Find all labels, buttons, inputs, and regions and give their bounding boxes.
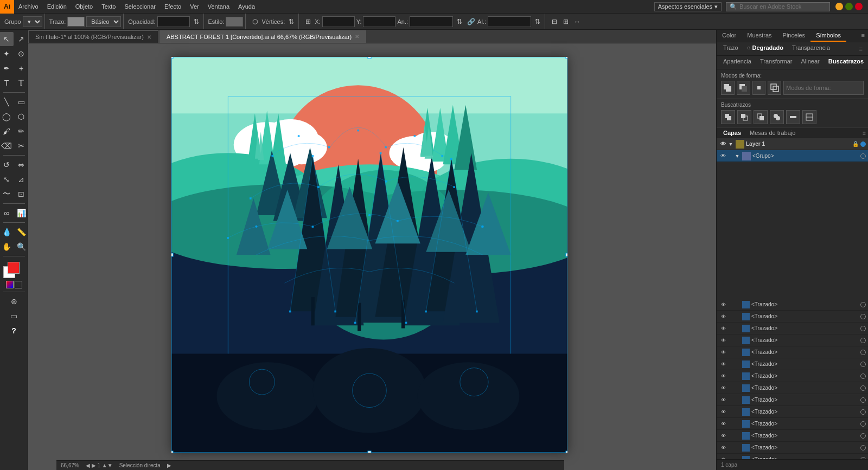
free-transform-tool[interactable]: ⊡	[14, 187, 28, 201]
hand-tool[interactable]: ✋	[0, 240, 14, 254]
scissors-tool[interactable]: ✂	[14, 139, 28, 153]
layer-eye-t1[interactable]: 👁	[719, 312, 727, 321]
layer-eye-t7[interactable]: 👁	[719, 384, 727, 392]
subtab-degradado[interactable]: ○ Degradado	[743, 43, 788, 54]
layer-item-trazado-3[interactable]: 👁 <Trazado>	[717, 334, 868, 346]
type-vertical-tool[interactable]: 𝕋	[14, 76, 28, 90]
layer-item-trazado-5[interactable]: 👁 <Trazado>	[717, 358, 868, 370]
subtab-transparencia[interactable]: Transparencia	[788, 43, 834, 54]
tab-forest[interactable]: ABSTRACT FOREST 1 [Convertido].ai al 66,…	[159, 30, 366, 43]
layer-item-trazado-10[interactable]: 👁 <Trazado>	[717, 418, 868, 430]
layer-eye-t11[interactable]: 👁	[719, 432, 727, 440]
an-input[interactable]: 1399,99 px	[410, 16, 453, 27]
layer-eye-t8[interactable]: 👁	[719, 396, 727, 404]
layer-eye-t9[interactable]: 👁	[719, 408, 727, 416]
symbol-sprayer-tool[interactable]: ⊛	[7, 294, 21, 308]
zoom-tool[interactable]: 🔍	[14, 240, 28, 254]
minus-front-btn[interactable]	[737, 81, 750, 95]
layer-item-trazado-11[interactable]: 👁 <Trazado>	[717, 430, 868, 442]
panel-tab-muestras[interactable]: Muestras	[742, 30, 777, 42]
line-tool[interactable]: ╲	[0, 95, 14, 109]
panel-collapse-icon[interactable]: ≡	[858, 30, 868, 42]
layer-eye-t3[interactable]: 👁	[719, 336, 727, 345]
bt-btn-5[interactable]	[786, 110, 800, 124]
bt-btn-4[interactable]	[770, 110, 784, 124]
panel-tab-simbolos[interactable]: Símbolos	[810, 30, 846, 42]
blend-tool[interactable]: ∞	[0, 206, 14, 220]
measure-tool[interactable]: 📏	[14, 225, 28, 239]
menu-objeto[interactable]: Objeto	[71, 0, 97, 14]
layer-item-layer1[interactable]: 👁 ▼ Layer 1 🔒	[717, 138, 868, 150]
panel-tab-pinceles[interactable]: Pinceles	[777, 30, 811, 42]
group-select[interactable]: ▾	[23, 16, 42, 27]
layer-eye-t13[interactable]: 👁	[719, 455, 727, 460]
reflect-tool[interactable]: ⇔	[14, 158, 28, 172]
estilo-color[interactable]	[226, 17, 243, 27]
row2-alinear[interactable]: Alinear	[796, 57, 824, 68]
eraser-tool[interactable]: ⌫	[0, 139, 14, 153]
layer-item-trazado-9[interactable]: 👁 <Trazado>	[717, 406, 868, 418]
trazo-color[interactable]	[67, 17, 85, 27]
menu-ventana[interactable]: Ventana	[203, 0, 234, 14]
intersect-btn[interactable]	[752, 81, 766, 95]
layer-eye-t10[interactable]: 👁	[719, 420, 727, 428]
tab-close-untitled[interactable]: ✕	[147, 34, 151, 40]
type-tool[interactable]: T	[0, 76, 14, 90]
tab-untitled[interactable]: Sin título-1* al 100% (RGB/Previsualizar…	[28, 30, 158, 43]
layers-options-icon[interactable]: ≡	[863, 130, 866, 136]
layer-eye-grupo[interactable]: 👁	[719, 152, 727, 160]
layer-eye-t12[interactable]: 👁	[719, 443, 727, 452]
layer-item-trazado-13[interactable]: 👁 <Trazado>	[717, 454, 868, 459]
layer-item-trazado-7[interactable]: 👁 <Trazado>	[717, 382, 868, 394]
stock-search[interactable]: 🔍	[726, 2, 830, 11]
opacidad-input[interactable]: 100%	[157, 16, 190, 27]
close-button[interactable]	[855, 3, 863, 10]
layer-item-trazado-2[interactable]: 👁 <Trazado>	[717, 323, 868, 334]
row2-apariencia[interactable]: Apariencia	[719, 57, 756, 68]
none-swatch[interactable]	[15, 281, 22, 288]
panel-subtab-expand[interactable]: ≡	[856, 43, 866, 54]
tab-close-forest[interactable]: ✕	[355, 34, 359, 40]
add-anchor-tool[interactable]: +	[14, 61, 28, 75]
eyedropper-tool[interactable]: 💧	[0, 225, 14, 239]
scale-tool[interactable]: ⤡	[0, 172, 14, 186]
layer-eye-t5[interactable]: 👁	[719, 360, 727, 369]
align-icon[interactable]: ⊟	[550, 17, 559, 27]
maximize-button[interactable]	[845, 3, 853, 10]
row2-transformar[interactable]: Transformar	[756, 57, 797, 68]
bt-btn-3[interactable]	[754, 110, 768, 124]
polygon-tool[interactable]: ⬡	[14, 110, 28, 124]
layer-eye-t2[interactable]: 👁	[719, 324, 727, 333]
menu-ayuda[interactable]: Ayuda	[234, 0, 259, 14]
x-input[interactable]: 700 px	[322, 16, 355, 27]
direct-selection-tool[interactable]: ↗	[14, 32, 28, 46]
layer-eye-t0[interactable]: 👁	[719, 300, 727, 309]
vertices-stepper[interactable]: ⇅	[286, 17, 296, 27]
chart-tool[interactable]: 📊	[14, 206, 28, 220]
layer-item-trazado-1[interactable]: 👁 <Trazado>	[717, 311, 868, 323]
pencil-tool[interactable]: ✏	[14, 124, 28, 138]
menu-efecto[interactable]: Efecto	[160, 0, 186, 14]
layer-item-trazado-12[interactable]: 👁 <Trazado>	[717, 442, 868, 454]
workspace-selector[interactable]: Aspectos esenciales ▾	[654, 2, 722, 11]
alt-stepper[interactable]: ⇅	[533, 17, 542, 27]
subtab-trazo[interactable]: Trazo	[719, 43, 743, 54]
layer-eye-1[interactable]: 👁	[719, 140, 727, 149]
artboard-tool[interactable]: ▭	[7, 309, 21, 323]
layer-eye-t6[interactable]: 👁	[719, 372, 727, 381]
stroke-color[interactable]	[8, 262, 20, 274]
rect-tool[interactable]: ▭	[14, 95, 28, 109]
rotate-tool[interactable]: ↺	[0, 158, 14, 172]
magic-wand-tool[interactable]: ✦	[0, 47, 14, 61]
lock-ratio-icon[interactable]: 🔗	[466, 17, 476, 27]
reshape-tool[interactable]: ⊿	[14, 172, 28, 186]
lasso-tool[interactable]: ⊙	[14, 47, 28, 61]
bt-btn-6[interactable]	[802, 110, 816, 124]
layer-item-trazado-4[interactable]: 👁 <Trazado>	[717, 346, 868, 358]
layer-item-trazado-6[interactable]: 👁 <Trazado>	[717, 370, 868, 382]
paintbrush-tool[interactable]: 🖌	[0, 124, 14, 138]
layer-eye-t4[interactable]: 👁	[719, 348, 727, 357]
y-input[interactable]: 699,995 px	[363, 16, 395, 27]
menu-archivo[interactable]: Archivo	[14, 0, 43, 14]
layer-item-grupo[interactable]: 👁 ▼ <Grupo>	[717, 150, 868, 162]
